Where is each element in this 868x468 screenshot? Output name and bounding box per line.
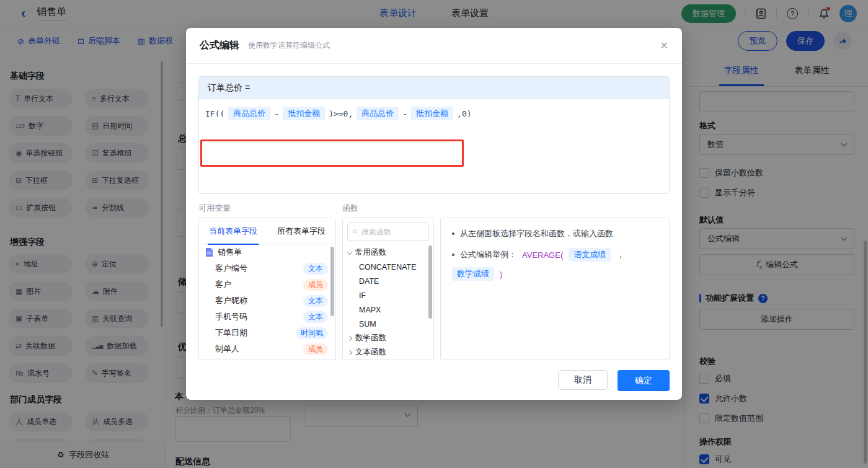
- example-field-chip: 数学成绩: [452, 267, 494, 281]
- help-panel: 从左侧面板选择字段名和函数，或输入函数 公式编辑举例： AVERAGE( 语文成…: [440, 218, 670, 360]
- example-field-chip: 语文成绩: [569, 248, 611, 262]
- formula-editor-modal: 公式编辑 使用数学运算符编辑公式 ✕ 订单总价 = IF(( 商品总价 - 抵扣…: [186, 28, 682, 400]
- function-item[interactable]: DATE: [343, 274, 433, 288]
- type-tag: 文本: [303, 263, 328, 275]
- function-item[interactable]: MAPX: [343, 302, 433, 317]
- field-chip[interactable]: 抵扣金额: [283, 107, 325, 120]
- variables-label: 可用变量: [198, 203, 342, 214]
- group-math-functions[interactable]: 数学函数: [343, 331, 433, 345]
- function-search[interactable]: [347, 223, 429, 241]
- type-tag: 成员: [303, 343, 328, 355]
- variables-panel: 当前表单字段 所有表单字段 销售单 客户编号 文本 客户 成员 客户昵称: [198, 218, 336, 360]
- modal-subtitle: 使用数学运算符编辑公式: [248, 40, 330, 51]
- type-tag: 文本: [303, 295, 328, 307]
- variable-row[interactable]: 客户编号 文本: [199, 260, 335, 276]
- group-text-functions[interactable]: 文本函数: [343, 345, 433, 360]
- type-tag: 文本: [303, 311, 328, 323]
- function-item[interactable]: IF: [343, 288, 433, 302]
- functions-label: 函数: [342, 203, 358, 214]
- modal-title: 公式编辑: [200, 39, 239, 52]
- document-icon: [205, 248, 213, 257]
- formula-text: ,0): [457, 109, 471, 118]
- variable-row-clipped: [199, 357, 335, 360]
- variable-row[interactable]: 制单人 成员: [199, 341, 335, 357]
- variable-row[interactable]: 客户昵称 文本: [199, 293, 335, 309]
- chevron-down-icon: [347, 249, 352, 254]
- formula-editor[interactable]: IF(( 商品总价 - 抵扣金额 )>=0, 商品总价 - 抵扣金额 ,0): [199, 99, 669, 128]
- close-icon[interactable]: ✕: [660, 40, 668, 51]
- bullet-icon: [452, 232, 454, 235]
- formula-text: IF((: [205, 109, 224, 118]
- function-item[interactable]: CONCATENATE: [343, 260, 433, 274]
- functions-scrollbar[interactable]: [428, 245, 432, 319]
- field-chip[interactable]: 抵扣金额: [411, 107, 453, 120]
- type-tag: 成员: [303, 279, 328, 291]
- bullet-icon: [452, 254, 454, 256]
- chevron-right-icon: [347, 335, 352, 340]
- group-common-functions[interactable]: 常用函数: [343, 245, 433, 260]
- help-example-label: 公式编辑举例：: [460, 249, 516, 260]
- formula-text: -: [402, 109, 407, 118]
- function-search-input[interactable]: [361, 227, 423, 236]
- formula-box: 订单总价 = IF(( 商品总价 - 抵扣金额 )>=0, 商品总价 - 抵扣金…: [198, 76, 670, 194]
- example-comma: ，: [616, 249, 624, 260]
- form-node[interactable]: 销售单: [199, 244, 335, 260]
- variables-scrollbar[interactable]: [330, 247, 334, 316]
- variable-row[interactable]: 客户 成员: [199, 276, 335, 293]
- field-chip[interactable]: 商品总价: [228, 107, 270, 120]
- variable-row[interactable]: 下单日期 时间戳: [199, 325, 335, 341]
- confirm-button[interactable]: 确定: [618, 370, 670, 391]
- help-line-1: 从左侧面板选择字段名和函数，或输入函数: [460, 228, 613, 239]
- type-tag: 时间戳: [296, 327, 328, 339]
- variable-row[interactable]: 手机号码 文本: [199, 309, 335, 325]
- field-chip[interactable]: 商品总价: [356, 107, 399, 120]
- example-function-open: AVERAGE(: [522, 250, 563, 260]
- formula-text: -: [274, 109, 279, 118]
- functions-panel: 常用函数 CONCATENATE DATE IF MAPX SUM 数学函数 文…: [342, 218, 434, 360]
- example-function-close: ): [500, 270, 502, 279]
- tab-all-form-fields[interactable]: 所有表单字段: [267, 226, 335, 237]
- chevron-right-icon: [347, 350, 352, 355]
- search-icon: [353, 228, 358, 236]
- formula-target: 订单总价 =: [199, 77, 669, 99]
- tab-current-form-fields[interactable]: 当前表单字段: [199, 226, 267, 237]
- formula-text: )>=0,: [329, 109, 353, 118]
- cancel-button[interactable]: 取消: [558, 370, 608, 390]
- function-item[interactable]: SUM: [343, 317, 433, 331]
